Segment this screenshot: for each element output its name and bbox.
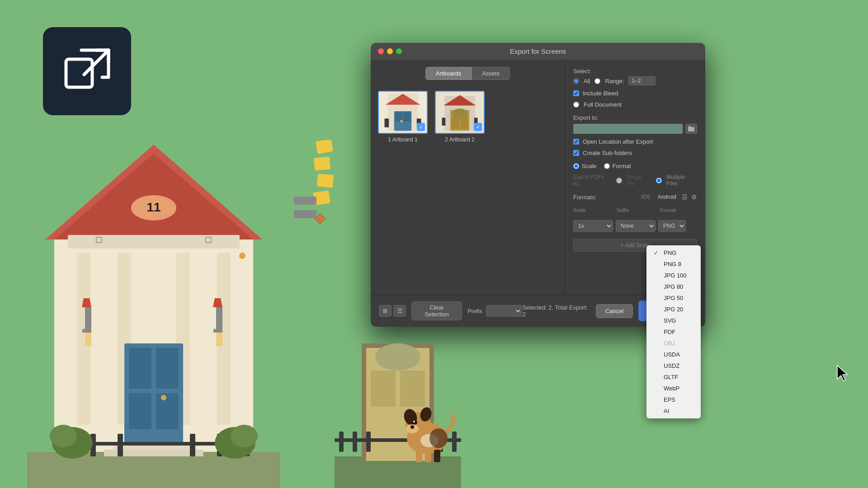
svg-point-88 (452, 108, 468, 118)
svg-point-61 (410, 425, 414, 429)
select-label: Select: (573, 68, 697, 75)
format-option-usdz[interactable]: USDZ (646, 360, 701, 371)
format-radio-label[interactable]: Format (604, 163, 631, 169)
scale-label: Scale (582, 163, 597, 169)
artboard-thumb-1: ✓ (378, 91, 428, 134)
format-radio[interactable] (604, 163, 610, 169)
format-option-pdf[interactable]: PDF (646, 326, 701, 338)
range-label: Range: (605, 78, 624, 84)
export-path-bar (573, 124, 683, 134)
format-select[interactable]: PNG (658, 220, 686, 232)
create-subfolders-label: Create Sub-folders (583, 150, 632, 156)
include-bleed-row: Include Bleed (573, 90, 697, 97)
svg-rect-13 (129, 348, 151, 389)
maximize-dot[interactable] (396, 48, 402, 54)
svg-rect-64 (425, 450, 431, 462)
format-option-eps[interactable]: EPS (646, 394, 701, 405)
format-option-jpg50[interactable]: JPG 50 (646, 292, 701, 304)
scale-select[interactable]: 1x (573, 220, 613, 232)
suffix-select[interactable]: None (616, 220, 656, 232)
scale-radio[interactable] (573, 163, 579, 169)
svg-rect-26 (213, 329, 222, 333)
artboard-item-2[interactable]: ✓ 2 Artboard 2 (435, 91, 485, 143)
house-illustration: 11 (27, 99, 280, 488)
select-range-radio[interactable] (594, 78, 600, 84)
formats-actions: iOS Android ☰ ⚙ (640, 193, 697, 201)
svg-rect-14 (156, 348, 179, 389)
ios-button[interactable]: iOS (640, 193, 652, 201)
single-file-radio[interactable] (616, 178, 622, 183)
svg-rect-72 (294, 210, 316, 218)
prefix-select[interactable] (486, 305, 522, 317)
tab-assets[interactable]: Assets (472, 67, 510, 80)
include-bleed-label: Include Bleed (583, 90, 618, 97)
svg-point-74 (239, 253, 245, 259)
artboards-panel: Artboards Assets (371, 60, 565, 295)
format-option-png[interactable]: ✓ PNG (646, 247, 701, 258)
svg-marker-73 (315, 213, 326, 224)
android-button[interactable]: Android (656, 193, 678, 201)
svg-rect-81 (385, 118, 389, 127)
format-option-png8[interactable]: PNG 8 (646, 258, 701, 270)
dialog-body: Artboards Assets (371, 60, 705, 295)
export-path-row (573, 124, 697, 134)
multiple-files-radio[interactable] (656, 178, 662, 183)
list-icon-button[interactable]: ☰ (682, 193, 688, 201)
close-dot[interactable] (378, 48, 384, 54)
svg-rect-27 (216, 333, 222, 346)
format-row: 1x None PNG ✓ PNG (573, 220, 697, 232)
format-option-gltf[interactable]: GLTF (646, 371, 701, 383)
open-location-row: Open Location after Export (573, 138, 697, 145)
full-document-label: Full Document (584, 101, 622, 108)
format-option-svg[interactable]: SVG (646, 315, 701, 326)
formats-columns: Scale Suffix Format (573, 206, 697, 214)
format-option-ai[interactable]: AI (646, 405, 701, 417)
artboards-grid: ✓ 1 Artboard 1 (378, 87, 557, 146)
svg-point-44 (375, 343, 420, 371)
svg-rect-65 (434, 450, 440, 462)
include-bleed-checkbox[interactable] (573, 90, 579, 96)
create-subfolders-row: Create Sub-folders (573, 150, 697, 156)
format-dropdown[interactable]: ✓ PNG PNG 8 JPG 100 J (646, 245, 701, 418)
full-document-radio[interactable] (573, 102, 579, 108)
svg-rect-68 (314, 156, 330, 170)
svg-rect-71 (294, 197, 316, 205)
format-col-header: Format (660, 207, 697, 213)
folder-button[interactable] (685, 124, 697, 134)
open-location-checkbox[interactable] (573, 139, 579, 145)
svg-rect-48 (339, 432, 344, 452)
select-section: Select: All Range: (573, 68, 697, 85)
settings-icon-button[interactable]: ⚙ (691, 193, 697, 201)
svg-rect-22 (82, 329, 91, 333)
artboard-2-label: 2 Artboard 2 (445, 136, 474, 143)
diamond-shape (314, 212, 326, 225)
scale-radio-label[interactable]: Scale (573, 163, 597, 169)
svg-text:11: 11 (146, 200, 160, 214)
dialog-titlebar: Export for Screens (371, 43, 705, 60)
dialog-title: Export for Screens (510, 47, 566, 55)
open-location-label: Open Location after Export (583, 138, 653, 145)
svg-rect-50 (366, 432, 371, 452)
svg-rect-67 (316, 140, 333, 154)
artboard-1-check: ✓ (417, 123, 425, 131)
format-option-usda[interactable]: USDA (646, 349, 701, 360)
create-subfolders-checkbox[interactable] (573, 150, 579, 156)
export-to-section: Export to: (573, 114, 697, 134)
artboard-1-label: 1 Artboard 1 (388, 136, 417, 143)
format-option-jpg80[interactable]: JPG 80 (646, 281, 701, 292)
artboard-item-1[interactable]: ✓ 1 Artboard 1 (378, 91, 428, 143)
format-option-jpg100[interactable]: JPG 100 (646, 270, 701, 281)
format-option-jpg20[interactable]: JPG 20 (646, 304, 701, 315)
format-option-webp[interactable]: WebP (646, 383, 701, 394)
minimize-dot[interactable] (387, 48, 393, 54)
export-pdfs-row: Export PDFs as: Single File Multiple Fil… (573, 174, 697, 187)
svg-point-83 (400, 120, 403, 122)
svg-rect-90 (460, 117, 468, 129)
select-all-radio[interactable] (573, 78, 579, 84)
cancel-button[interactable]: Cancel (596, 304, 633, 318)
range-input[interactable] (628, 76, 656, 85)
svg-rect-49 (353, 432, 357, 452)
tab-artboards[interactable]: Artboards (425, 67, 472, 80)
svg-rect-9 (68, 235, 240, 249)
svg-point-39 (50, 425, 77, 447)
